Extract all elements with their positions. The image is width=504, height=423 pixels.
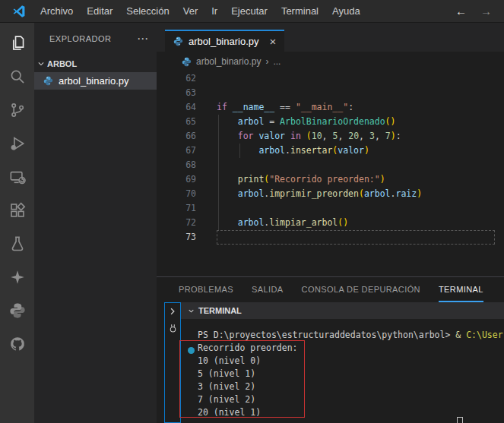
code-text [196, 201, 217, 216]
code-line[interactable]: 68 [157, 158, 504, 172]
python-file-icon [173, 36, 183, 46]
activity-bar [0, 23, 34, 423]
line-number: 68 [157, 158, 196, 172]
vscode-logo-icon [12, 5, 26, 18]
tab-arbol-binario[interactable]: arbol_binario.py × [165, 30, 284, 52]
copilot-sparkle-icon[interactable] [0, 260, 34, 294]
menu-ver[interactable]: Ver [176, 0, 205, 23]
terminal-line: 10 (nivel 0) [198, 355, 504, 368]
folder-section-arbol[interactable]: ARBOL [34, 55, 157, 72]
current-line-highlight [217, 230, 495, 245]
panel-tab-consola-de-depuraci-n[interactable]: CONSOLA DE DEPURACIÓN [302, 277, 420, 302]
line-number: 70 [157, 187, 196, 201]
files-icon[interactable] [0, 27, 34, 60]
close-icon[interactable]: × [270, 36, 277, 47]
chevron-down-icon [37, 60, 45, 68]
menu-ir[interactable]: Ir [204, 0, 224, 23]
terminal-section-header[interactable]: TERMINAL [181, 302, 504, 319]
indent-guide [218, 172, 219, 187]
line-number: 63 [157, 86, 196, 100]
code-line[interactable]: 67 arbol.insertar(valor) [157, 144, 504, 158]
folder-label: ARBOL [47, 59, 77, 68]
code-editor[interactable]: 626364if __name__ == "__main__":65 arbol… [157, 71, 504, 245]
indent-guide [218, 115, 219, 129]
file-label: arbol_binario.py [59, 75, 129, 87]
tab-label: arbol_binario.py [189, 36, 259, 47]
code-line[interactable]: 63 [157, 86, 504, 100]
code-text: if __name__ == "__main__": [196, 100, 353, 115]
menu-bar: ArchivoEditarSelecciónVerIrEjecutarTermi… [33, 0, 367, 22]
python-icon[interactable] [0, 294, 34, 327]
terminal-panel: TERMINAL PS D:\proyectos\estructuraddeda… [157, 302, 504, 423]
breadcrumb-more[interactable]: ... [273, 56, 281, 67]
line-number: 62 [157, 71, 196, 86]
code-line[interactable]: 71 [157, 201, 504, 216]
terminal-side-strip [164, 302, 181, 423]
indent-guide [218, 201, 219, 216]
terminal-line: Recorrido preorden: [198, 342, 504, 355]
annotation-blue-dot [188, 347, 195, 354]
line-number: 72 [157, 216, 196, 230]
menu-terminal[interactable]: Terminal [274, 0, 325, 23]
terminal-line: 7 (nivel 2) [198, 393, 504, 406]
nav-back-button[interactable]: ← [455, 5, 467, 17]
terminal-header-label: TERMINAL [198, 306, 242, 315]
chevron-right-icon[interactable] [168, 307, 177, 316]
code-line[interactable]: 66 for valor in (10, 5, 20, 3, 7): [157, 129, 504, 144]
code-text: arbol.limpiar_arbol() [196, 216, 348, 230]
chevron-down-icon [188, 308, 195, 314]
bottom-panel: PROBLEMASSALIDACONSOLA DE DEPURACIÓNTERM… [157, 276, 504, 423]
explorer-title: EXPLORADOR [49, 34, 111, 43]
code-line[interactable]: 69 print("Recorrido preorden:") [157, 172, 504, 187]
vscode-window: ArchivoEditarSelecciónVerIrEjecutarTermi… [0, 0, 504, 423]
code-text: arbol = ArbolBinarioOrdenado() [196, 115, 395, 129]
terminal-cursor [457, 417, 463, 423]
remote-icon[interactable] [0, 160, 34, 194]
nav-forward-button[interactable]: → [480, 5, 492, 17]
code-text [196, 86, 217, 100]
line-number: 73 [157, 230, 196, 245]
menu-ejecutar[interactable]: Ejecutar [224, 0, 274, 23]
code-line[interactable]: 62 [157, 71, 504, 86]
breadcrumb-file[interactable]: arbol_binario.py [196, 56, 261, 67]
code-text: for valor in (10, 5, 20, 3, 7): [196, 129, 401, 144]
terminal-output[interactable]: PS D:\proyectos\estructuraddedatos\pytho… [181, 319, 504, 423]
code-text [196, 158, 217, 172]
menu-editar[interactable]: Editar [80, 0, 119, 23]
panel-tab-salida[interactable]: SALIDA [252, 277, 284, 302]
search-icon[interactable] [0, 60, 34, 93]
line-number: 71 [157, 201, 196, 216]
indent-guide [218, 158, 219, 172]
indent-guide [218, 216, 219, 230]
extensions-icon[interactable] [0, 194, 34, 227]
plug-icon[interactable] [168, 323, 178, 334]
breadcrumb: arbol_binario.py › ... [157, 52, 504, 71]
menu-ayuda[interactable]: Ayuda [325, 0, 367, 23]
code-line[interactable]: 73 [157, 230, 504, 245]
testing-icon[interactable] [0, 227, 34, 260]
menu-archivo[interactable]: Archivo [33, 0, 80, 23]
terminal-line: 3 (nivel 2) [198, 380, 504, 393]
line-number: 64 [157, 100, 196, 115]
history-nav: ← → [455, 5, 492, 17]
line-number: 67 [157, 144, 196, 158]
panel-tab-terminal[interactable]: TERMINAL [439, 277, 483, 302]
code-line[interactable]: 64if __name__ == "__main__": [157, 100, 504, 115]
editor-empty-area[interactable] [157, 245, 504, 276]
github-icon[interactable] [0, 327, 34, 361]
file-item-arbol-binario[interactable]: arbol_binario.py [34, 72, 157, 90]
line-number: 69 [157, 172, 196, 187]
code-line[interactable]: 65 arbol = ArbolBinarioOrdenado() [157, 115, 504, 129]
explorer-sidebar: EXPLORADOR ⋯ ARBOL arbol_binario.py [34, 23, 157, 423]
panel-tab-problemas[interactable]: PROBLEMAS [179, 277, 233, 302]
code-line[interactable]: 70 arbol.imprimir_preorden(arbol.raiz) [157, 187, 504, 201]
code-line[interactable]: 72 arbol.limpiar_arbol() [157, 216, 504, 230]
more-actions-icon[interactable]: ⋯ [137, 32, 149, 46]
indent-guide [218, 144, 219, 158]
run-debug-icon[interactable] [0, 127, 34, 160]
python-file-icon [182, 57, 192, 67]
breadcrumb-separator-icon: › [265, 56, 268, 67]
menu-selección[interactable]: Selección [119, 0, 176, 23]
code-text [196, 230, 217, 245]
source-control-icon[interactable] [0, 93, 34, 127]
